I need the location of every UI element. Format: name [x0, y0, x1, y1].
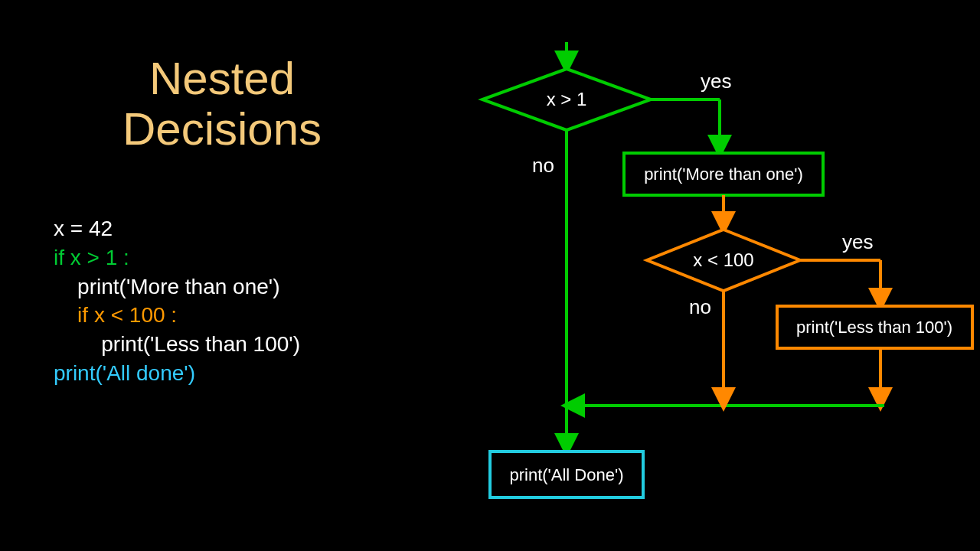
branch-label-no: no	[532, 154, 554, 177]
decision-label: x < 100	[693, 249, 753, 270]
action-label: print('Less than 100')	[796, 318, 952, 337]
branch-label-yes: yes	[701, 70, 731, 93]
action-label: print('All Done')	[509, 465, 623, 484]
branch-label-no: no	[689, 295, 711, 318]
flowchart: x > 1 yes no print('More than one') x < …	[0, 0, 980, 551]
branch-label-yes: yes	[842, 230, 873, 253]
decision-label: x > 1	[547, 89, 587, 109]
action-label: print('More than one')	[644, 165, 803, 184]
